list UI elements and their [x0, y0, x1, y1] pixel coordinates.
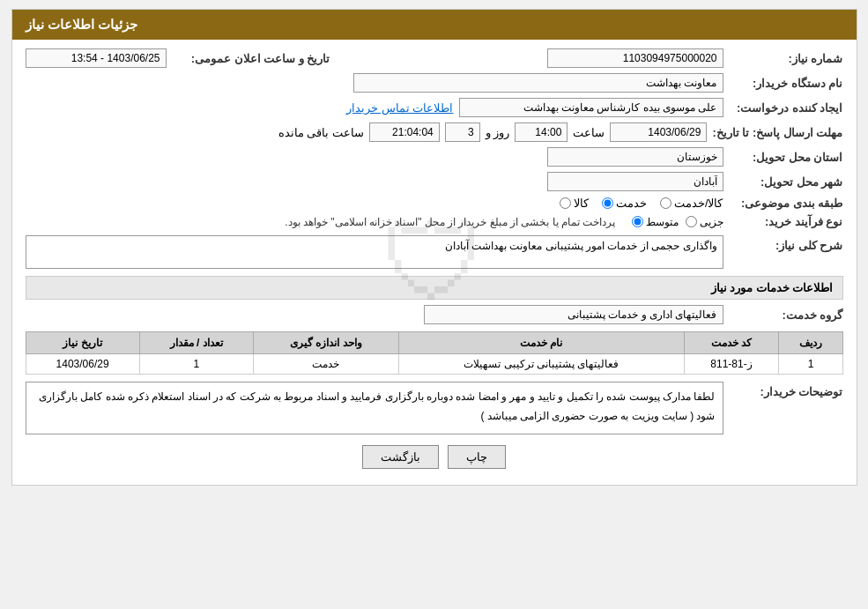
contact-link[interactable]: اطلاعات تماس خریدار: [346, 101, 453, 115]
buyer-notes-label: توضیحات خریدار:: [729, 385, 843, 398]
process-mutavassit-label: متوسط: [646, 216, 679, 228]
process-note: پرداخت تمام یا بخشی از مبلغ خریدار از مح…: [285, 216, 615, 228]
service-table-section: ردیف کد خدمت نام خدمت واحد اندازه گیری ت…: [26, 331, 843, 375]
deadline-date-input: [610, 123, 707, 142]
province-input: [547, 147, 723, 167]
cell-unit: خدمت: [253, 354, 398, 375]
service-group-row: گروه خدمت:: [26, 305, 843, 324]
col-code: کد خدمت: [684, 332, 779, 354]
deadline-time-input: [515, 123, 568, 142]
deadline-remaining-label: ساعت باقی مانده: [278, 126, 364, 139]
buyer-notes-wrapper: لطفا مدارک پیوست شده را تکمیل و تایید و …: [26, 382, 723, 434]
province-row: استان محل تحویل:: [26, 147, 843, 167]
category-kala-khedmat-radio[interactable]: [660, 197, 671, 209]
content-area: 🛡 شماره نیاز: تاریخ و ساعت اعلان عمومی: …: [12, 40, 857, 485]
col-qty: تعداد / مقدار: [139, 332, 253, 354]
service-table: ردیف کد خدمت نام خدمت واحد اندازه گیری ت…: [26, 331, 843, 375]
deadline-label: مهلت ارسال پاسخ: تا تاریخ:: [712, 126, 842, 139]
deadline-time-label: ساعت: [573, 126, 605, 139]
deadline-row: مهلت ارسال پاسخ: تا تاریخ: ساعت روز و سا…: [26, 123, 843, 142]
need-desc-label: شرح کلی نیاز:: [729, 239, 843, 252]
buyer-notes-row: توضیحات خریدار: لطفا مدارک پیوست شده را …: [26, 382, 843, 434]
announcement-datetime-label: تاریخ و ساعت اعلان عمومی:: [172, 52, 330, 65]
category-kala-khedmat-item[interactable]: کالا/خدمت: [660, 197, 723, 210]
col-name: نام خدمت: [399, 332, 684, 354]
buttons-row: چاپ بازگشت: [26, 445, 843, 469]
process-options-group: جزیی متوسط پرداخت تمام یا بخشی از مبلغ خ…: [285, 216, 723, 228]
cell-name: فعالیتهای پشتیبانی ترکیبی تسهیلات: [399, 354, 684, 375]
category-khedmat-item[interactable]: خدمت: [602, 197, 647, 210]
buyer-org-row: نام دستگاه خریدار:: [26, 73, 843, 93]
category-kala-khedmat-label: کالا/خدمت: [674, 197, 723, 210]
table-row: 1 ز-81-811 فعالیتهای پشتیبانی ترکیبی تسه…: [26, 354, 842, 375]
category-kala-label: کالا: [574, 197, 589, 210]
category-khedmat-label: خدمت: [616, 197, 647, 210]
service-group-input: [424, 305, 723, 324]
requester-input: [459, 98, 723, 117]
buyer-org-label: نام دستگاه خریدار:: [729, 77, 843, 90]
col-row: ردیف: [779, 332, 842, 354]
col-unit: واحد اندازه گیری: [253, 332, 398, 354]
deadline-days-label: روز و: [486, 126, 510, 139]
page-title: جزئیات اطلاعات نیاز: [26, 17, 137, 32]
need-desc-textarea[interactable]: واگذاری حجمی از خدمات امور پشتیبانی معاو…: [26, 235, 723, 269]
buyer-org-input: [353, 73, 723, 93]
process-jozii-radio[interactable]: [686, 216, 697, 227]
requester-label: ایجاد کننده درخواست:: [729, 101, 843, 115]
category-khedmat-radio[interactable]: [602, 197, 613, 209]
page-container: جزئیات اطلاعات نیاز 🛡 شماره نیاز: تاریخ …: [11, 9, 857, 486]
process-label: نوع فرآیند خرید:: [729, 215, 843, 228]
need-number-label: شماره نیاز:: [729, 52, 843, 65]
process-jozii-label: جزیی: [700, 216, 723, 228]
category-label: طبقه بندی موضوعی:: [729, 197, 843, 210]
announcement-datetime-input: [26, 48, 167, 68]
cell-date: 1403/06/29: [26, 354, 139, 375]
cell-row: 1: [779, 354, 842, 375]
process-mutavassit-item[interactable]: متوسط: [632, 216, 679, 228]
deadline-remaining-input: [369, 123, 440, 142]
cell-qty: 1: [139, 354, 253, 375]
need-number-row: شماره نیاز: تاریخ و ساعت اعلان عمومی:: [26, 48, 843, 68]
back-button[interactable]: بازگشت: [362, 445, 439, 469]
process-mutavassit-radio[interactable]: [632, 216, 643, 227]
province-label: استان محل تحویل:: [729, 151, 843, 164]
process-jozii-item[interactable]: جزیی: [686, 216, 723, 228]
city-label: شهر محل تحویل:: [729, 175, 843, 189]
category-radio-group: کالا خدمت کالا/خدمت: [560, 197, 723, 210]
need-desc-row: شرح کلی نیاز: واگذاری حجمی از خدمات امور…: [26, 235, 843, 269]
page-header: جزئیات اطلاعات نیاز: [12, 10, 857, 40]
need-number-input: [547, 48, 723, 68]
category-row: طبقه بندی موضوعی: کالا خدمت کالا/خدمت: [26, 197, 843, 210]
print-button[interactable]: چاپ: [448, 445, 506, 469]
deadline-days-input: [445, 123, 480, 142]
col-date: تاریخ نیاز: [26, 332, 139, 354]
process-row: نوع فرآیند خرید: جزیی متوسط پرداخت تمام …: [26, 215, 843, 228]
service-section-title: اطلاعات خدمات مورد نیاز: [26, 276, 843, 300]
cell-code: ز-81-811: [684, 354, 779, 375]
city-row: شهر محل تحویل:: [26, 172, 843, 191]
category-kala-radio[interactable]: [560, 197, 571, 209]
service-group-label: گروه خدمت:: [729, 308, 843, 322]
city-input: [547, 172, 723, 191]
category-kala-item[interactable]: کالا: [560, 197, 589, 210]
buyer-notes-content: لطفا مدارک پیوست شده را تکمیل و تایید و …: [26, 382, 723, 434]
requester-row: ایجاد کننده درخواست: اطلاعات تماس خریدار: [26, 98, 843, 117]
